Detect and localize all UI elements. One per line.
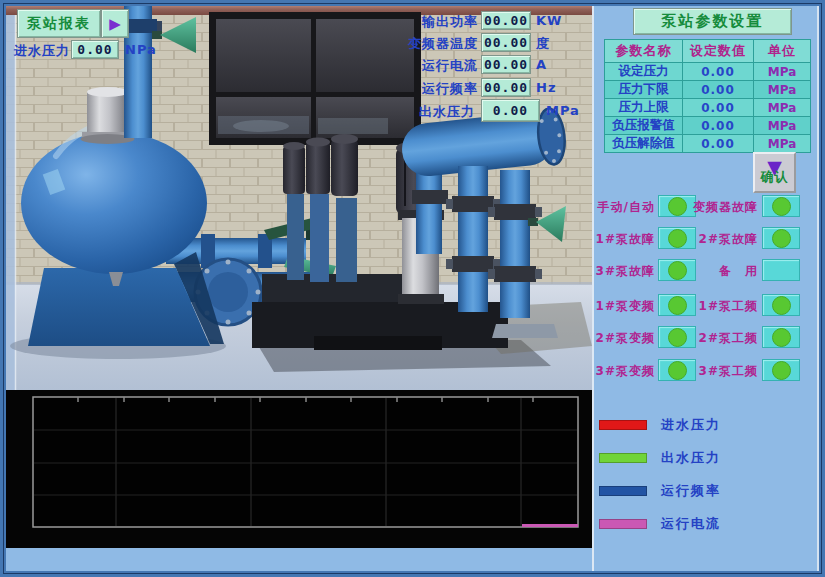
indicator-lamp	[762, 359, 800, 381]
legend-swatch	[599, 453, 647, 463]
indicator-label: 2#泵故障	[684, 231, 758, 248]
trend-chart	[6, 390, 592, 548]
readout-label: 输出功率	[398, 13, 478, 31]
readout-unit: A	[536, 57, 547, 72]
report-button-group[interactable]: 泵站报表 ▶	[17, 9, 129, 38]
pump-station-hmi-screen: 泵站报表 ▶ 进水压力 0.00 NPa 输出功率 00.00 KW 变频器温度…	[0, 0, 825, 577]
panel-title: 泵站参数设置	[633, 8, 792, 35]
lamp-dot	[772, 361, 791, 380]
indicator-label: 2#泵变频	[593, 330, 655, 347]
param-name: 负压解除值	[605, 135, 683, 153]
indicator-label: 1#泵故障	[593, 231, 655, 248]
window	[209, 12, 421, 145]
col-header: 单位	[754, 40, 811, 63]
indicator-lamp	[762, 227, 800, 249]
legend-label: 进水压力	[661, 416, 721, 434]
readout-value: 00.00	[481, 11, 531, 30]
tank-top-fitting	[87, 92, 128, 135]
indicator-label: 3#泵变频	[593, 363, 655, 380]
inlet-pressure-label: 进水压力	[14, 42, 70, 60]
lamp-dot	[772, 328, 791, 347]
readout-unit: 度	[536, 35, 550, 53]
table-row: 负压解除值 0.00 MPa	[605, 135, 811, 153]
table-row: 压力上限 0.00 MPa	[605, 99, 811, 117]
legend-swatch	[599, 519, 647, 529]
param-value-field[interactable]: 0.00	[683, 63, 754, 81]
table-header-row: 参数名称 设定数值 单位	[605, 40, 811, 63]
manifold-foot	[492, 324, 558, 338]
col-header: 参数名称	[605, 40, 683, 63]
inlet-pressure-unit: NPa	[125, 42, 157, 57]
param-value-field[interactable]: 0.00	[683, 135, 754, 153]
col-header: 设定数值	[683, 40, 754, 63]
readout-unit: KW	[536, 13, 562, 28]
param-name: 压力下限	[605, 81, 683, 99]
param-name: 压力上限	[605, 99, 683, 117]
param-unit: MPa	[754, 99, 811, 117]
param-value-field[interactable]: 0.00	[683, 99, 754, 117]
confirm-button-label: 确认	[761, 168, 789, 186]
wall-pillar	[6, 15, 15, 390]
indicator-lamp	[762, 195, 800, 217]
indicator-lamp	[762, 326, 800, 348]
indicator-label: 手动/自动	[593, 199, 655, 216]
indicator-label: 3#泵故障	[593, 263, 655, 280]
indicator-label: 1#泵变频	[593, 298, 655, 315]
inlet-pressure-value: 0.00	[71, 40, 119, 59]
readout-label: 运行电流	[398, 57, 478, 75]
param-name: 负压报警值	[605, 117, 683, 135]
table-row: 压力下限 0.00 MPa	[605, 81, 811, 99]
param-unit: MPa	[754, 63, 811, 81]
lamp-dot	[772, 197, 791, 216]
readout-label: 变频器温度	[398, 35, 478, 53]
confirm-button[interactable]: ▼ 确认	[753, 152, 796, 193]
table-row: 设定压力 0.00 MPa	[605, 63, 811, 81]
legend-label: 运行频率	[661, 482, 721, 500]
outlet-pressure-value: 0.00	[481, 99, 540, 122]
param-unit: MPa	[754, 135, 811, 153]
report-button[interactable]: 泵站报表	[17, 9, 101, 38]
table-row: 负压报警值 0.00 MPa	[605, 117, 811, 135]
legend-label: 运行电流	[661, 515, 721, 533]
trend-plot-grid	[6, 390, 592, 548]
indicator-label: 备 用	[684, 263, 758, 280]
pump-station-3d-view: 泵站报表 ▶ 进水压力 0.00 NPa 输出功率 00.00 KW 变频器温度…	[6, 6, 592, 390]
indicator-label: 2#泵工频	[684, 330, 758, 347]
readout-value: 00.00	[481, 33, 531, 52]
bottom-margin	[6, 548, 592, 571]
param-unit: MPa	[754, 117, 811, 135]
play-icon[interactable]: ▶	[101, 9, 129, 38]
indicator-lamp	[762, 294, 800, 316]
legend-swatch	[599, 420, 647, 430]
param-value-field[interactable]: 0.00	[683, 81, 754, 99]
readout-value: 00.00	[481, 78, 531, 97]
indicator-lamp	[762, 259, 800, 281]
legend-label: 出水压力	[661, 449, 721, 467]
indicator-label: 3#泵工频	[684, 363, 758, 380]
outlet-pressure-label: 出水压力	[419, 103, 475, 121]
readout-label: 运行频率	[398, 80, 478, 98]
indicator-label: 1#泵工频	[684, 298, 758, 315]
legend-swatch	[599, 486, 647, 496]
outlet-pressure-unit: MPa	[546, 103, 580, 118]
param-unit: MPa	[754, 81, 811, 99]
param-name: 设定压力	[605, 63, 683, 81]
current-trace-segment	[522, 524, 578, 527]
parameter-table: 参数名称 设定数值 单位 设定压力 0.00 MPa 压力下限 0.00 MPa…	[604, 39, 811, 153]
lamp-dot	[772, 229, 791, 248]
param-value-field[interactable]: 0.00	[683, 117, 754, 135]
readout-unit: Hz	[536, 80, 556, 95]
lamp-dot	[772, 296, 791, 315]
readout-value: 00.00	[481, 55, 531, 74]
indicator-label: 变频器故障	[684, 199, 758, 216]
